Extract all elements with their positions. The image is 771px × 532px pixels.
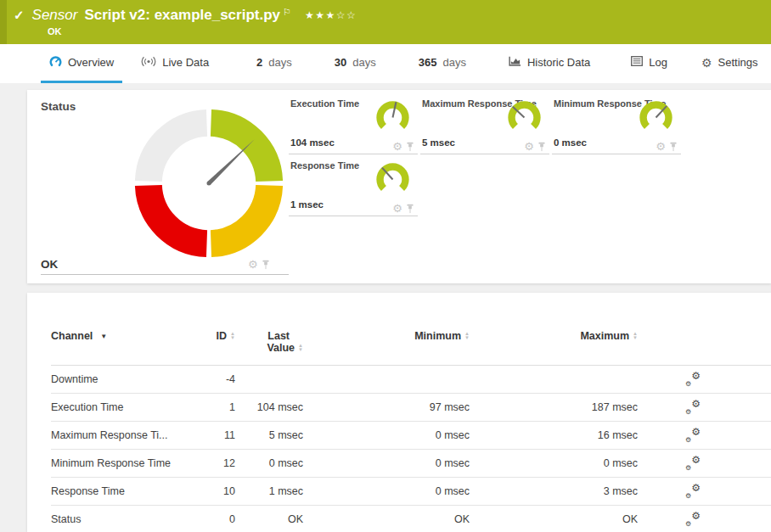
status-gauge-needle <box>207 139 254 185</box>
arc-gauge <box>373 161 413 198</box>
edit-channel-gears-icon[interactable]: ⚙⚙ <box>685 373 701 386</box>
channel-id: 12 <box>200 457 235 469</box>
column-header-maximum[interactable]: Maximum ▲▼ <box>470 330 638 342</box>
channel-row-downtime[interactable]: Downtime -4 ⚙⚙ <box>51 366 771 394</box>
tab-settings-label: Settings <box>718 56 758 69</box>
tab-historic-data[interactable]: Historic Data <box>500 44 599 83</box>
gauge-value: 104 msec <box>290 137 335 148</box>
gauge-controls[interactable]: ⚙ <box>524 141 546 152</box>
column-header-channel[interactable]: Channel ▼ <box>51 330 200 342</box>
column-header-id[interactable]: ID ▲▼ <box>200 330 235 342</box>
channel-maximum: 187 msec <box>470 401 638 413</box>
gauge-settings-gear-icon[interactable]: ⚙ <box>656 141 666 152</box>
channel-last-value: 104 msec <box>235 401 303 413</box>
channel-id: 10 <box>200 485 235 497</box>
log-list-icon <box>631 56 643 69</box>
gauge-settings-gear-icon[interactable]: ⚙ <box>392 203 402 214</box>
channel-row-execution-time[interactable]: Execution Time 1 104 msec 97 msec 187 ms… <box>51 394 771 422</box>
channel-maximum: 0 msec <box>470 457 638 469</box>
tab-historic-data-label: Historic Data <box>527 56 590 69</box>
gauge-value: 1 msec <box>290 199 324 210</box>
edit-channel-gears-icon[interactable]: ⚙⚙ <box>685 429 701 442</box>
channel-minimum: 97 msec <box>303 401 470 413</box>
channel-id: 11 <box>200 429 235 441</box>
sensor-header: ✓ Sensor Script v2: example_script.py ⚐ … <box>0 0 771 44</box>
tab-2-days[interactable]: 2 days <box>248 44 301 83</box>
tab-2-days-unit: days <box>268 56 291 69</box>
stars-filled[interactable]: ★★★ <box>305 9 336 21</box>
tab-log[interactable]: Log <box>622 44 676 83</box>
column-header-maximum-label: Maximum <box>580 330 629 342</box>
channel-last-value: 1 msec <box>235 485 303 497</box>
sensor-status-badge: OK <box>48 26 62 36</box>
area-chart-icon <box>509 55 521 70</box>
overview-gauges-panel: Status OK ⚙ Execution Time 104 msec ⚙ <box>27 90 771 283</box>
tab-30-days[interactable]: 30 days <box>326 44 385 83</box>
status-donut-gauge <box>131 105 287 261</box>
edit-channel-gears-icon[interactable]: ⚙⚙ <box>685 485 701 498</box>
column-header-value-label: Value <box>267 342 295 354</box>
channel-minimum: 0 msec <box>303 457 470 469</box>
status-block-divider <box>41 274 289 275</box>
channel-name: Status <box>51 513 200 525</box>
gauge-value: 5 msec <box>422 137 455 148</box>
gauge-settings-gear-icon[interactable]: ⚙ <box>524 141 534 152</box>
pin-icon[interactable] <box>406 204 414 214</box>
channel-row-minimum-response-time[interactable]: Minimum Response Time 12 0 msec 0 msec 0… <box>51 450 771 478</box>
tab-overview-label: Overview <box>68 56 114 69</box>
channel-last-value: OK <box>235 513 303 525</box>
pin-icon[interactable] <box>406 142 414 152</box>
maximum-response-time-gauge: Maximum Response Time 5 msec ⚙ <box>420 95 549 154</box>
channel-maximum: OK <box>470 513 638 525</box>
gauge-controls[interactable]: ⚙ <box>392 203 414 214</box>
minimum-response-time-gauge: Minimum Response Time 0 msec ⚙ <box>552 95 681 154</box>
pin-icon[interactable] <box>669 142 678 152</box>
tab-30-days-unit: days <box>352 56 375 69</box>
channel-name: Execution Time <box>51 401 200 413</box>
column-header-minimum[interactable]: Minimum ▲▼ <box>303 330 470 342</box>
tab-365-days-unit: days <box>442 56 465 69</box>
sort-toggle-icon[interactable]: ▲▼ <box>633 332 638 340</box>
tab-2-days-number: 2 <box>256 56 262 69</box>
edit-channel-gears-icon[interactable]: ⚙⚙ <box>685 457 701 470</box>
priority-stars[interactable]: ★★★☆☆ <box>305 9 357 21</box>
column-header-id-label: ID <box>217 330 228 342</box>
tab-365-days[interactable]: 365 days <box>410 44 475 83</box>
tab-30-days-number: 30 <box>335 56 346 69</box>
channel-table-header: Channel ▼ ID ▲▼ Last Value ▲▼ Minimum ▲▼… <box>51 330 771 366</box>
channel-row-status[interactable]: Status 0 OK OK OK ⚙⚙ <box>51 506 771 532</box>
sort-down-icon: ▼ <box>100 333 107 340</box>
channel-maximum: 3 msec <box>470 485 638 497</box>
pin-icon[interactable] <box>262 260 270 270</box>
channel-minimum: OK <box>303 513 470 525</box>
tab-log-label: Log <box>649 56 667 69</box>
status-gauge-controls[interactable]: ⚙ <box>248 259 270 270</box>
status-gauge-value: OK <box>41 258 58 271</box>
status-gauge-title: Status <box>41 100 76 113</box>
column-header-last-value[interactable]: Last Value ▲▼ <box>235 330 303 354</box>
gauge-value: 0 msec <box>554 137 587 148</box>
tab-settings[interactable]: ⚙ Settings <box>693 44 767 83</box>
gauge-controls[interactable]: ⚙ <box>392 141 414 152</box>
response-time-gauge: Response Time 1 msec ⚙ <box>289 157 418 216</box>
channel-row-maximum-response-time[interactable]: Maximum Response Ti... 11 5 msec 0 msec … <box>51 422 771 450</box>
gauge-settings-gear-icon[interactable]: ⚙ <box>248 259 258 270</box>
channel-row-response-time[interactable]: Response Time 10 1 msec 0 msec 3 msec ⚙⚙ <box>51 478 771 506</box>
pin-icon[interactable] <box>537 142 546 152</box>
tab-overview[interactable]: Overview <box>41 44 122 83</box>
edit-channel-gears-icon[interactable]: ⚙⚙ <box>685 401 701 414</box>
priority-flag-icon[interactable]: ⚐ <box>283 7 291 18</box>
arc-gauge <box>373 99 413 136</box>
tab-live-data[interactable]: Live Data <box>132 44 217 83</box>
edit-channel-gears-icon[interactable]: ⚙⚙ <box>685 513 701 526</box>
channel-name: Response Time <box>51 485 200 497</box>
channel-last-value: 0 msec <box>235 457 303 469</box>
channel-id: 1 <box>200 401 235 413</box>
gauge-title: Response Time <box>290 160 359 171</box>
gauge-settings-gear-icon[interactable]: ⚙ <box>392 141 402 152</box>
stars-empty[interactable]: ☆☆ <box>336 9 357 21</box>
execution-time-gauge: Execution Time 104 msec ⚙ <box>289 95 418 154</box>
tab-bar: Overview Live Data 2 days 30 days 365 da… <box>0 44 771 83</box>
gauge-controls[interactable]: ⚙ <box>656 141 678 152</box>
sort-toggle-icon[interactable]: ▲▼ <box>298 344 303 352</box>
